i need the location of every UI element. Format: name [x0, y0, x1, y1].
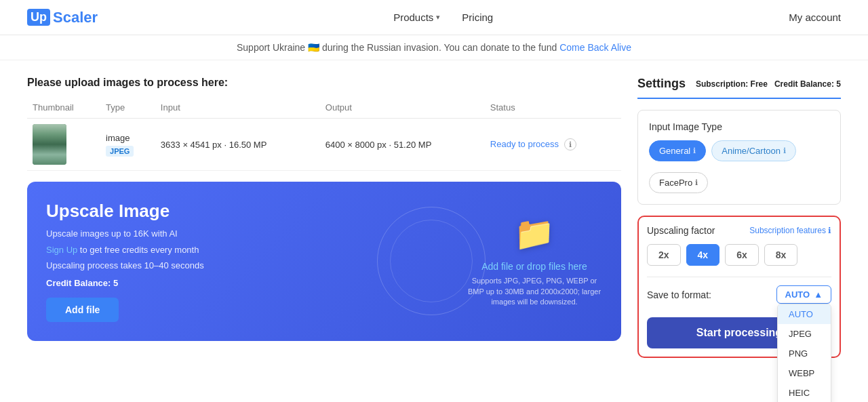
format-option-auto[interactable]: AUTO — [778, 304, 831, 324]
nav-links: Products ▾ Pricing — [393, 12, 493, 23]
sign-up-link[interactable]: Sign Up — [46, 245, 77, 255]
nav-pricing[interactable]: Pricing — [462, 12, 493, 23]
file-status: Ready to process — [490, 139, 559, 149]
come-back-alive-link[interactable]: Come Back Alive — [559, 42, 631, 53]
table-row: image JPEG 3633 × 4541 px · 16.50 MP 640… — [27, 119, 621, 171]
col-input: Input — [155, 100, 320, 119]
col-type: Type — [100, 100, 155, 119]
upscale-info: Upscale Image Upscale images up to 16K w… — [46, 201, 450, 322]
chevron-up-icon: ▲ — [814, 289, 823, 300]
settings-panel: Settings Subscription: Free Credit Balan… — [637, 77, 841, 383]
chevron-down-icon: ▾ — [436, 13, 440, 22]
file-type-badge: JPEG — [106, 146, 134, 157]
settings-highlight-box: Upscaling factor Subscription features ℹ… — [637, 216, 841, 358]
format-select-button[interactable]: AUTO ▲ — [776, 285, 831, 304]
factor-btn-8x[interactable]: 8x — [764, 244, 798, 266]
settings-header: Settings Subscription: Free Credit Balan… — [637, 77, 841, 99]
info-icon[interactable]: ℹ — [564, 138, 576, 150]
thumbnail-image — [33, 124, 66, 165]
image-type-label: Input Image Type — [649, 121, 829, 132]
factor-buttons: 2x 4x 6x 8x — [647, 244, 831, 266]
type-btn-facepro[interactable]: FacePro ℹ — [649, 172, 708, 193]
format-option-png[interactable]: PNG — [778, 344, 831, 363]
info-icon: ℹ — [695, 178, 698, 187]
factor-label: Upscaling factor — [647, 225, 715, 236]
subscription-info: Subscription: Free Credit Balance: 5 — [696, 79, 841, 89]
col-status: Status — [485, 100, 621, 119]
format-option-webp[interactable]: WEBP — [778, 363, 831, 383]
format-label: Save to format: — [647, 289, 711, 300]
ukraine-banner: Support Ukraine 🇺🇦 during the Russian in… — [0, 35, 868, 60]
navbar: Up Scaler Products ▾ Pricing My account — [0, 0, 868, 35]
col-output: Output — [320, 100, 485, 119]
upscale-title: Upscale Image — [46, 201, 450, 222]
upscale-drop-zone[interactable]: 📁 Add file or drop files here Supports J… — [467, 201, 602, 322]
file-type: image — [106, 133, 150, 143]
format-option-heic[interactable]: HEIC — [778, 383, 831, 402]
main-content: Please upload images to process here: Th… — [0, 60, 868, 399]
format-row: Save to format: AUTO ▲ AUTO JPEG PNG WEB… — [647, 277, 831, 304]
left-panel: Please upload images to process here: Th… — [27, 77, 637, 383]
factor-header: Upscaling factor Subscription features ℹ — [647, 225, 831, 236]
drop-subtitle: Supports JPG, JPEG, PNG, WEBP or BMP up … — [467, 276, 602, 307]
factor-btn-6x[interactable]: 6x — [725, 244, 759, 266]
file-table: Thumbnail Type Input Output Status — [27, 100, 621, 171]
nav-products[interactable]: Products ▾ — [393, 12, 440, 23]
info-icon: ℹ — [693, 146, 696, 155]
info-icon: ℹ — [783, 146, 786, 155]
folder-icon: 📁 — [514, 215, 555, 253]
drop-text: Add file or drop files here — [481, 261, 587, 272]
nav-account[interactable]: My account — [789, 12, 841, 23]
format-dropdown[interactable]: AUTO ▲ AUTO JPEG PNG WEBP HEIC BMP PDF — [776, 285, 831, 304]
info-icon: ℹ — [828, 226, 831, 235]
logo-scaler: Scaler — [53, 9, 98, 26]
upscale-desc3: Upscaling process takes 10–40 seconds — [46, 259, 450, 273]
subscription-features-link[interactable]: Subscription features ℹ — [749, 226, 831, 235]
add-file-button[interactable]: Add file — [46, 298, 119, 322]
logo[interactable]: Up Scaler — [27, 9, 98, 26]
type-btn-anime[interactable]: Anime/Cartoon ℹ — [711, 140, 796, 161]
settings-title: Settings — [637, 77, 686, 91]
upload-title: Please upload images to process here: — [27, 77, 621, 89]
factor-btn-4x[interactable]: 4x — [686, 244, 720, 266]
format-menu: AUTO JPEG PNG WEBP HEIC BMP PDF — [777, 304, 831, 402]
col-thumbnail: Thumbnail — [27, 100, 100, 119]
image-type-box: Input Image Type General ℹ Anime/Cartoon… — [637, 110, 841, 205]
upscale-desc2: Sign Up to get free credits every month — [46, 243, 450, 257]
file-input-size: 3633 × 4541 px · 16.50 MP — [155, 119, 320, 171]
logo-up: Up — [27, 9, 50, 26]
upscale-card: Upscale Image Upscale images up to 16K w… — [27, 182, 621, 341]
upscale-desc1: Upscale images up to 16K with AI — [46, 227, 450, 241]
type-buttons: General ℹ Anime/Cartoon ℹ FacePro ℹ — [649, 140, 829, 193]
format-option-jpeg[interactable]: JPEG — [778, 324, 831, 344]
type-btn-general[interactable]: General ℹ — [649, 140, 706, 161]
file-output-size: 6400 × 8000 px · 51.20 MP — [320, 119, 485, 171]
upscale-credit: Credit Balance: 5 — [46, 278, 450, 288]
factor-btn-2x[interactable]: 2x — [647, 244, 681, 266]
